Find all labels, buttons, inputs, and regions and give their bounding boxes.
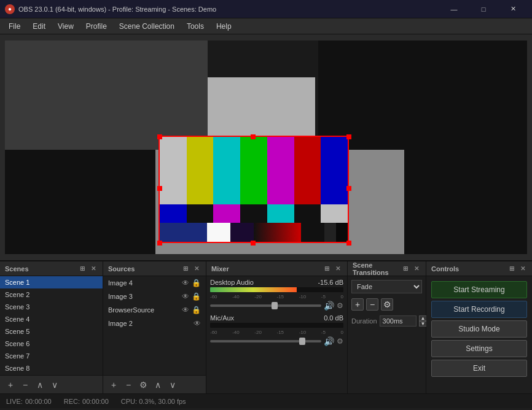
scene-item-8[interactable]: Scene 8 (0, 362, 103, 374)
mixer-vol-icon-mic[interactable]: 🔊 (324, 336, 334, 346)
source-item-image3[interactable]: Image 3 👁 🔒 (103, 290, 206, 303)
source-lock-icon[interactable]: 🔒 (192, 279, 201, 287)
sources-close-icon[interactable]: ✕ (192, 265, 201, 273)
handle-top-right[interactable] (346, 134, 351, 139)
sources-remove-button[interactable]: − (123, 379, 134, 390)
mixer-vol-icon-desktop[interactable]: 🔊 (324, 301, 334, 311)
transition-remove-button[interactable]: − (366, 298, 378, 311)
mixer-meter-desktop (210, 287, 343, 292)
smpte-bot-black (301, 223, 324, 243)
mixer-fader-mic-thumb[interactable] (299, 338, 305, 345)
studio-mode-button[interactable]: Studio Mode (431, 320, 527, 338)
maximize-button[interactable]: □ (469, 0, 498, 18)
handle-mid-left[interactable] (157, 186, 162, 191)
mixer-scale-desktop: -60 -40 -20 -15 -10 -5 0 (210, 294, 343, 300)
scene-item-3[interactable]: Scene 3 (0, 301, 103, 313)
settings-button[interactable]: Settings (431, 340, 527, 357)
transition-add-button[interactable]: + (351, 298, 364, 311)
smpte-bar-blue (321, 137, 348, 204)
controls-panel: Controls ⊞ ✕ Start Streaming Start Recor… (426, 261, 532, 393)
menu-scene-collection[interactable]: Scene Collection (113, 20, 181, 33)
sources-panel-header: Sources ⊞ ✕ (103, 261, 206, 276)
scene-item-5[interactable]: Scene 5 (0, 325, 103, 338)
smpte-bot-gradient (254, 223, 301, 243)
controls-lock-icon[interactable]: ⊞ (507, 265, 516, 273)
preview-block-black-br (404, 150, 527, 254)
smpte-mid-5 (267, 204, 294, 223)
sources-up-button[interactable]: ∧ (152, 379, 163, 390)
duration-input[interactable] (380, 315, 417, 327)
minimize-button[interactable]: — (440, 0, 468, 18)
start-recording-button[interactable]: Start Recording (431, 301, 527, 318)
menu-profile[interactable]: Profile (80, 20, 113, 33)
handle-bottom-left[interactable] (157, 241, 162, 246)
source-item-browser[interactable]: BrowserSource 👁 🔒 (103, 303, 206, 317)
scenes-list: Scene 1 Scene 2 Scene 3 Scene 4 Scene 5 … (0, 276, 103, 375)
source-item-browser-icons: 👁 🔒 (182, 306, 201, 314)
close-button[interactable]: ✕ (499, 0, 527, 18)
source-eye-icon-4[interactable]: 👁 (194, 319, 201, 328)
smpte-mid-7 (321, 204, 348, 223)
mixer-settings-icon-mic[interactable]: ⚙ (337, 337, 343, 346)
scenes-close-icon[interactable]: ✕ (89, 265, 98, 273)
mixer-fader-desktop-thumb[interactable] (272, 302, 278, 309)
source-lock-icon-2[interactable]: 🔒 (192, 292, 201, 301)
handle-bottom-right[interactable] (346, 241, 351, 246)
start-streaming-button[interactable]: Start Streaming (431, 281, 527, 298)
scenes-lock-icon[interactable]: ⊞ (78, 265, 87, 273)
mixer-close-icon[interactable]: ✕ (334, 265, 342, 273)
scene-item-1[interactable]: Scene 1 (0, 276, 103, 288)
controls-close-icon[interactable]: ✕ (518, 265, 527, 273)
mixer-track-desktop-header: Desktop Audio -15.6 dB (210, 279, 343, 286)
rec-label: REC: (64, 398, 80, 405)
transitions-panel: Scene Transitions ⊞ ✕ Fade Cut Swipe Sli… (348, 261, 426, 393)
transition-select[interactable]: Fade Cut Swipe Slide Stinger (351, 280, 422, 293)
transitions-content: Fade Cut Swipe Slide Stinger + − ⚙ Durat… (348, 276, 426, 393)
handle-top-mid[interactable] (251, 134, 256, 139)
source-item-image2-label: Image 2 (108, 320, 194, 327)
transition-gear-button[interactable]: ⚙ (381, 298, 393, 311)
transitions-lock-icon[interactable]: ⊞ (401, 265, 410, 273)
smpte-bot-dark (324, 223, 336, 243)
handle-mid-right[interactable] (346, 186, 351, 191)
scene-item-2[interactable]: Scene 2 (0, 288, 103, 301)
source-eye-icon-3[interactable]: 👁 (182, 306, 189, 314)
handle-top-left[interactable] (157, 134, 162, 139)
scene-item-4[interactable]: Scene 4 (0, 313, 103, 325)
mixer-track-mic-header: Mic/Aux 0.0 dB (210, 314, 343, 322)
transitions-close-icon[interactable]: ✕ (412, 265, 421, 273)
smpte-mid-6 (294, 204, 321, 223)
menu-view[interactable]: View (52, 20, 80, 33)
menu-file[interactable]: File (2, 20, 26, 33)
smpte-color-bars[interactable] (158, 136, 349, 243)
sources-down-button[interactable]: ∨ (167, 379, 178, 390)
sources-settings-button[interactable]: ⚙ (138, 379, 149, 390)
scene-item-7[interactable]: Scene 7 (0, 350, 103, 362)
menu-edit[interactable]: Edit (26, 20, 52, 33)
sources-add-button[interactable]: + (108, 379, 119, 390)
scenes-add-button[interactable]: + (5, 379, 16, 390)
mixer-fader-desktop[interactable] (210, 304, 321, 307)
source-item-image4[interactable]: Image 4 👁 🔒 (103, 276, 206, 290)
mixer-settings-icon-desktop[interactable]: ⚙ (337, 301, 343, 310)
scenes-down-button[interactable]: ∨ (49, 379, 60, 390)
handle-bottom-mid[interactable] (251, 241, 256, 246)
scene-item-6[interactable]: Scene 6 (0, 338, 103, 350)
mixer-lock-icon[interactable]: ⊞ (323, 265, 331, 273)
source-eye-icon[interactable]: 👁 (182, 279, 189, 287)
menu-help[interactable]: Help (210, 20, 238, 33)
smpte-bar-magenta (267, 137, 294, 204)
scenes-remove-button[interactable]: − (20, 379, 31, 390)
source-eye-icon-2[interactable]: 👁 (182, 292, 189, 301)
exit-button[interactable]: Exit (431, 360, 527, 377)
transitions-panel-icons: ⊞ ✕ (401, 265, 421, 273)
mixer-fader-mic[interactable] (210, 340, 321, 342)
source-item-image2[interactable]: Image 2 👁 (103, 317, 206, 330)
sources-panel-icons: ⊞ ✕ (181, 265, 201, 273)
sources-lock-icon[interactable]: ⊞ (181, 265, 190, 273)
controls-panel-title: Controls (431, 265, 507, 273)
menu-tools[interactable]: Tools (181, 20, 210, 33)
source-lock-icon-3[interactable]: 🔒 (192, 306, 201, 314)
scenes-up-button[interactable]: ∧ (34, 379, 45, 390)
source-item-image3-label: Image 3 (108, 293, 182, 300)
